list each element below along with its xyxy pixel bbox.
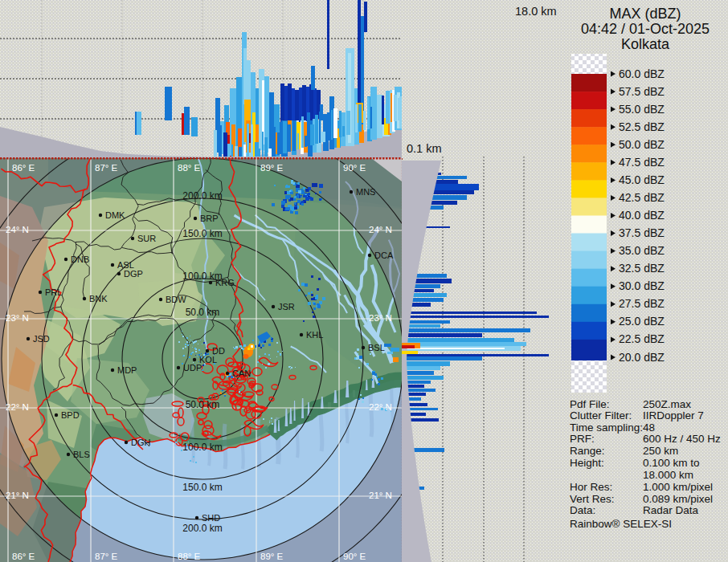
svg-text:42.5 dBZ: 42.5 dBZ xyxy=(619,191,665,204)
svg-text:Data:: Data: xyxy=(570,504,595,516)
svg-text:37.5 dBZ: 37.5 dBZ xyxy=(619,226,665,239)
svg-text:CAN: CAN xyxy=(232,369,251,378)
svg-text:0.1 km: 0.1 km xyxy=(407,142,442,155)
svg-text:87° E: 87° E xyxy=(95,163,118,173)
svg-text:27.5 dBZ: 27.5 dBZ xyxy=(619,297,665,310)
svg-text:90° E: 90° E xyxy=(343,552,366,561)
svg-text:86° E: 86° E xyxy=(12,552,35,561)
svg-text:25.0 dBZ: 25.0 dBZ xyxy=(619,315,665,328)
svg-text:250Z.max: 250Z.max xyxy=(643,398,691,410)
svg-text:Pdf File:: Pdf File: xyxy=(570,398,610,410)
svg-text:100.0 km: 100.0 km xyxy=(182,442,222,453)
svg-text:BPD: BPD xyxy=(61,410,80,420)
svg-text:200.0 km: 200.0 km xyxy=(182,523,222,534)
svg-text:35.0 dBZ: 35.0 dBZ xyxy=(619,244,665,257)
svg-text:SUR: SUR xyxy=(137,234,156,243)
svg-text:MDP: MDP xyxy=(117,365,137,375)
svg-text:55.0 dBZ: 55.0 dBZ xyxy=(619,103,665,116)
svg-text:Clutter Filter:: Clutter Filter: xyxy=(570,409,632,422)
svg-text:22.5 dBZ: 22.5 dBZ xyxy=(619,332,665,345)
svg-text:21° N: 21° N xyxy=(6,491,29,500)
svg-text:Radar Data: Radar Data xyxy=(643,504,699,516)
svg-text:18.0 km: 18.0 km xyxy=(515,5,557,18)
svg-text:23° N: 23° N xyxy=(369,313,392,323)
svg-text:90° E: 90° E xyxy=(343,163,366,173)
svg-text:89° E: 89° E xyxy=(260,163,284,173)
svg-text:DNB: DNB xyxy=(71,255,89,264)
svg-text:DMK: DMK xyxy=(105,210,125,220)
svg-text:BRP: BRP xyxy=(200,214,219,223)
svg-text:88° E: 88° E xyxy=(178,552,201,561)
svg-text:45.0 dBZ: 45.0 dBZ xyxy=(619,173,665,186)
svg-text:Hor Res:: Hor Res: xyxy=(570,481,612,493)
svg-text:23° N: 23° N xyxy=(6,313,29,323)
svg-text:30.0 dBZ: 30.0 dBZ xyxy=(619,279,665,292)
svg-text:PRL: PRL xyxy=(45,287,62,297)
svg-text:52.5 dBZ: 52.5 dBZ xyxy=(619,120,665,133)
svg-text:50.0 km: 50.0 km xyxy=(186,399,220,410)
svg-text:22° N: 22° N xyxy=(6,402,29,412)
svg-text:KOL: KOL xyxy=(199,355,217,364)
svg-text:0.089 km/pixel: 0.089 km/pixel xyxy=(643,493,713,505)
svg-text:DCA: DCA xyxy=(374,250,394,260)
svg-text:BSL: BSL xyxy=(368,343,385,352)
svg-text:40.0 dBZ: 40.0 dBZ xyxy=(619,209,665,222)
svg-text:89° E: 89° E xyxy=(260,552,284,561)
svg-text:BDW: BDW xyxy=(166,295,186,304)
svg-text:Rainbow® SELEX-SI: Rainbow® SELEX-SI xyxy=(570,518,672,530)
svg-text:DGP: DGP xyxy=(124,269,143,279)
svg-text:Vert Res:: Vert Res: xyxy=(570,493,615,505)
svg-text:24° N: 24° N xyxy=(6,225,29,234)
svg-text:20.0 dBZ: 20.0 dBZ xyxy=(619,351,665,364)
svg-text:86° E: 86° E xyxy=(12,163,35,173)
svg-text:KHL: KHL xyxy=(306,330,323,340)
svg-text:600 Hz / 450 Hz: 600 Hz / 450 Hz xyxy=(643,433,721,445)
svg-text:MAX (dBZ): MAX (dBZ) xyxy=(609,6,681,22)
svg-text:50.0 km: 50.0 km xyxy=(186,307,220,318)
svg-text:21° N: 21° N xyxy=(369,491,392,500)
svg-text:PRF:: PRF: xyxy=(570,433,595,445)
svg-text:88° E: 88° E xyxy=(178,163,201,173)
svg-text:Kolkata: Kolkata xyxy=(621,36,670,52)
svg-text:MNS: MNS xyxy=(356,187,375,197)
svg-text:0.100 km to: 0.100 km to xyxy=(643,457,700,469)
svg-text:50.0 dBZ: 50.0 dBZ xyxy=(619,138,665,151)
svg-text:57.5 dBZ: 57.5 dBZ xyxy=(619,85,665,98)
svg-text:JSD: JSD xyxy=(33,334,50,344)
svg-text:UDP: UDP xyxy=(183,363,202,373)
svg-text:18.000 km: 18.000 km xyxy=(643,469,693,481)
svg-text:150.0 km: 150.0 km xyxy=(182,482,222,493)
svg-text:47.5 dBZ: 47.5 dBZ xyxy=(619,156,665,169)
svg-text:200.0 km: 200.0 km xyxy=(182,190,222,202)
svg-text:BNK: BNK xyxy=(89,294,108,303)
svg-text:250 km: 250 km xyxy=(643,445,678,457)
svg-text:SHD: SHD xyxy=(202,513,220,523)
svg-text:BLS: BLS xyxy=(73,450,90,459)
svg-text:60.0 dBZ: 60.0 dBZ xyxy=(619,67,665,80)
svg-text:Range:: Range: xyxy=(570,445,605,457)
svg-text:87° E: 87° E xyxy=(95,552,118,561)
svg-text:Height:: Height: xyxy=(570,457,604,469)
svg-text:150.0 km: 150.0 km xyxy=(182,228,222,239)
svg-text:IIRDoppler 7: IIRDoppler 7 xyxy=(643,409,704,422)
svg-text:Time sampling:48: Time sampling:48 xyxy=(570,422,655,434)
svg-text:KRG: KRG xyxy=(215,278,235,287)
svg-text:04:42 / 01-Oct-2025: 04:42 / 01-Oct-2025 xyxy=(581,21,710,37)
svg-text:22° N: 22° N xyxy=(369,402,392,412)
svg-text:24° N: 24° N xyxy=(369,225,392,234)
svg-text:JSR: JSR xyxy=(278,302,295,312)
svg-text:32.5 dBZ: 32.5 dBZ xyxy=(619,262,665,275)
svg-text:1.000 km/pixel: 1.000 km/pixel xyxy=(643,481,713,493)
svg-text:DGH: DGH xyxy=(131,438,151,447)
